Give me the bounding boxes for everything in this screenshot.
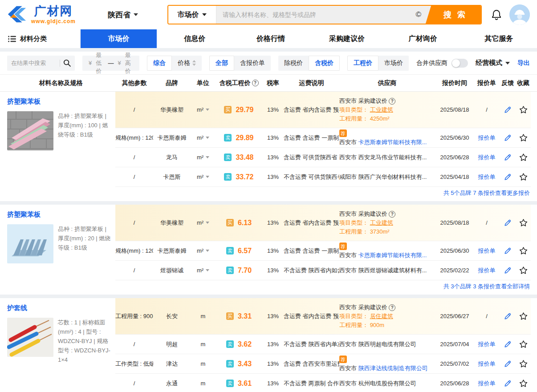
unit-selector[interactable]: m² [191, 106, 216, 113]
material-title-link[interactable]: 挤塑聚苯板 [7, 210, 41, 219]
filter-tax-excluded[interactable]: 除税价 [278, 56, 309, 71]
quote-sheet-link[interactable]: 报价单 [478, 380, 496, 387]
feedback-pencil-icon[interactable] [504, 154, 512, 162]
quote-sheet-link[interactable]: 报价单 [478, 267, 496, 274]
favorite-star-icon[interactable] [519, 105, 528, 114]
filter-all[interactable]: 全部 [209, 56, 234, 71]
unit-selector[interactable]: m² [191, 154, 216, 161]
sort-comprehensive[interactable]: 综合 [147, 56, 172, 71]
help-icon[interactable]: ? [389, 304, 395, 311]
quote-sheet-link[interactable]: 报价单 [478, 154, 496, 161]
business-mode-dropdown[interactable]: 经营模式 [476, 59, 510, 67]
product-image[interactable] [7, 318, 53, 357]
site-logo[interactable]: 广材网 www.gldjc.com [7, 5, 76, 24]
supplier-cell: 西安市 采购建议价 ? 项目类型： 工业建筑工程用量： 4250m² [339, 97, 435, 123]
tab-purchase-suggest-price[interactable]: 采购建议价 [309, 29, 385, 48]
tab-price-trend[interactable]: 价格行情 [233, 29, 309, 48]
unit-selector[interactable]: m [191, 360, 216, 367]
favorite-star-icon[interactable] [519, 153, 528, 162]
quote-date: 2025/08/18 [435, 219, 474, 226]
unit-selector[interactable]: m² [191, 247, 216, 254]
other-params: / [115, 154, 153, 161]
filter-tax-included[interactable]: 含税价 [309, 56, 340, 71]
feedback-pencil-icon[interactable] [504, 106, 512, 114]
feedback-pencil-icon[interactable] [504, 380, 512, 388]
unit-selector[interactable]: m [191, 380, 216, 387]
feedback-pencil-icon[interactable] [504, 312, 512, 320]
feedback-pencil-icon[interactable] [504, 247, 512, 255]
feedback-pencil-icon[interactable] [504, 134, 512, 142]
quote-sheet-link[interactable]: 报价单 [478, 247, 496, 254]
quote-rows: 工程用量 : 900m 长安 m 买 3.31 13% 含运费 省内含运费 预.… [115, 298, 531, 392]
tab-market-price[interactable]: 市场价 [81, 29, 157, 48]
quote-sheet-link[interactable]: 报价单 [478, 134, 496, 141]
supplier-name[interactable]: 卡恩斯泰姆节能科技有限... [358, 139, 427, 145]
price-range-filter[interactable]: ¥ 最低价 — ¥ 最高价 [82, 56, 139, 71]
search-button[interactable]: 搜 索 [425, 5, 482, 24]
search-category-dropdown[interactable]: 市场价 [168, 6, 216, 24]
feedback-pencil-icon[interactable] [504, 340, 512, 348]
unit-selector[interactable]: m² [191, 219, 216, 226]
favorite-star-icon[interactable] [519, 246, 528, 255]
feedback-pencil-icon[interactable] [504, 173, 512, 181]
favorite-star-icon[interactable] [519, 311, 528, 321]
supplier-name[interactable]: 卡恩斯泰姆节能科技有限... [358, 252, 427, 259]
help-icon[interactable]: ? [252, 80, 259, 86]
filter-market-price[interactable]: 市场价 [378, 56, 409, 71]
tab-other-services[interactable]: 其它服务 [461, 29, 537, 48]
chevron-down-icon [206, 176, 209, 178]
tab-info-price[interactable]: 信息价 [157, 29, 233, 48]
unit-selector[interactable]: m [191, 313, 216, 319]
material-title-link[interactable]: 挤塑聚苯板 [7, 97, 41, 106]
tab-gc-inquiry[interactable]: 广材询价 [385, 29, 461, 48]
freight-note: 含运费 省内含运费 预... [284, 106, 339, 114]
feedback-pencil-icon[interactable] [504, 219, 512, 227]
sort-price[interactable]: 价格 [172, 56, 202, 71]
merge-supplier-toggle[interactable] [452, 59, 468, 68]
unit-selector[interactable]: m² [191, 174, 216, 180]
favorite-star-icon[interactable] [519, 133, 528, 142]
user-avatar[interactable] [509, 4, 530, 25]
quote-date: 2025/06/27 [435, 313, 474, 319]
favorite-cell [516, 153, 530, 162]
view-more-quotes-link[interactable]: 共 5个品牌 7 条报价查看更多报价 [443, 190, 530, 196]
favorite-star-icon[interactable] [519, 359, 528, 368]
favorite-star-icon[interactable] [519, 172, 528, 182]
quote-sheet-link[interactable]: 报价单 [478, 360, 496, 367]
quote-date: 2025/07/02 [435, 360, 474, 367]
unit-selector[interactable]: m [191, 341, 216, 348]
quote-date: 2025/07/04 [435, 341, 474, 348]
other-params: / [115, 219, 153, 226]
other-params: / [115, 341, 153, 348]
product-image[interactable] [7, 111, 53, 150]
result-search-input[interactable] [11, 60, 57, 66]
filter-with-quote-sheet[interactable]: 含报价单 [234, 56, 271, 71]
search-icon[interactable] [63, 59, 71, 67]
export-button[interactable]: 导出 [517, 59, 530, 67]
region-selector[interactable]: 陕西省 [108, 10, 138, 20]
chevron-down-icon [134, 13, 138, 16]
favorite-star-icon[interactable] [519, 266, 528, 275]
help-icon[interactable]: ? [389, 211, 395, 218]
unit-selector[interactable]: m² [191, 134, 216, 141]
material-catalog-button[interactable]: 材料分类 [0, 29, 80, 48]
help-icon[interactable]: ? [389, 98, 395, 105]
notification-bell-icon[interactable] [491, 9, 502, 20]
feedback-pencil-icon[interactable] [504, 360, 512, 368]
quote-sheet-link[interactable]: 报价单 [478, 341, 496, 348]
project-info-line: 项目类型： 居住建筑 [339, 312, 433, 321]
material-title-link[interactable]: 护套线 [7, 304, 27, 312]
trade-type-badge: 卖 [226, 340, 234, 348]
quote-sheet-link[interactable]: 报价单 [478, 174, 496, 180]
supplier-name[interactable]: 陕西津达线缆制造有限公司 [358, 365, 428, 372]
price-cell: 卖 7.70 [216, 267, 262, 275]
unit-selector[interactable]: m² [191, 267, 216, 274]
view-more-quotes-link[interactable]: 共 3个品牌 3 条报价查看全部详情 [443, 283, 530, 290]
tax-rate: 13% [262, 380, 284, 387]
favorite-star-icon[interactable] [519, 379, 528, 388]
favorite-star-icon[interactable] [519, 339, 528, 349]
product-image[interactable] [7, 224, 53, 263]
feedback-pencil-icon[interactable] [504, 267, 512, 275]
filter-project-price[interactable]: 工程价 [347, 56, 378, 71]
favorite-star-icon[interactable] [519, 218, 528, 227]
